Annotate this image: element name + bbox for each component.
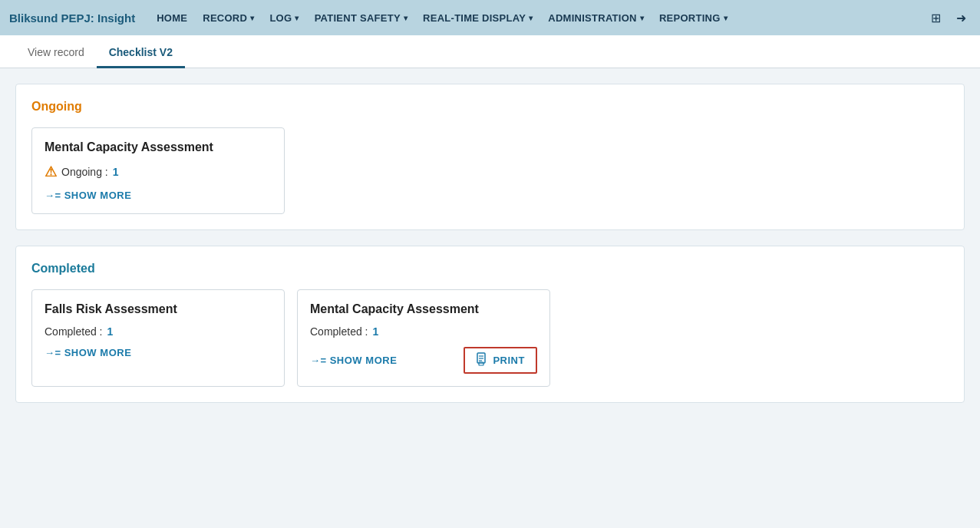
ongoing-status-count: 1 xyxy=(113,166,119,178)
completed-status-count-falls: 1 xyxy=(107,325,113,338)
show-more-icon-falls: →= xyxy=(45,347,61,358)
card-title-mental-capacity-completed: Mental Capacity Assessment xyxy=(310,302,537,316)
show-more-button-falls[interactable]: →= SHOW MORE xyxy=(45,347,131,358)
card-title-mental-capacity-ongoing: Mental Capacity Assessment xyxy=(45,140,272,154)
grid-icon-button[interactable]: ⊞ xyxy=(926,8,945,28)
print-doc-icon xyxy=(476,352,488,368)
completed-section-title: Completed xyxy=(31,262,949,276)
completed-cards-row: Falls Risk Assessment Completed : 1 →= S… xyxy=(31,289,949,387)
card-falls-risk: Falls Risk Assessment Completed : 1 →= S… xyxy=(31,289,285,387)
tab-checklist-v2[interactable]: Checklist V2 xyxy=(97,35,185,68)
log-caret: ▾ xyxy=(295,14,299,22)
ongoing-section: Ongoing Mental Capacity Assessment ⚠ Ong… xyxy=(15,84,965,230)
card-status-row-falls: Completed : 1 xyxy=(45,325,272,338)
nav-realtime[interactable]: REAL-TIME DISPLAY ▾ xyxy=(415,0,540,35)
nav-patient-safety[interactable]: PATIENT SAFETY ▾ xyxy=(307,0,415,35)
logout-icon: ➜ xyxy=(956,11,966,25)
main-content: Ongoing Mental Capacity Assessment ⚠ Ong… xyxy=(0,68,980,434)
nav-reporting[interactable]: REPORTING ▾ xyxy=(652,0,735,35)
completed-section: Completed Falls Risk Assessment Complete… xyxy=(15,246,965,403)
nav-log[interactable]: LOG ▾ xyxy=(262,0,306,35)
nav-right: ⊞ ➜ xyxy=(926,8,971,28)
card-mental-capacity-completed: Mental Capacity Assessment Completed : 1… xyxy=(297,289,550,387)
card-footer-mental-completed: →= SHOW MORE xyxy=(310,347,537,374)
brand-label: Bliksund PEPJ: Insight xyxy=(9,12,135,25)
realtime-caret: ▾ xyxy=(529,14,533,22)
card-title-falls-risk: Falls Risk Assessment xyxy=(45,302,272,316)
tab-view-record[interactable]: View record xyxy=(15,35,97,68)
logout-icon-button[interactable]: ➜ xyxy=(952,8,971,28)
nav-administration[interactable]: ADMINISTRATION ▾ xyxy=(540,0,652,35)
grid-icon: ⊞ xyxy=(931,11,941,25)
nav-items: HOME RECORD ▾ LOG ▾ PATIENT SAFETY ▾ REA… xyxy=(149,0,926,35)
print-button[interactable]: PRINT xyxy=(464,347,537,374)
completed-status-label-mental: Completed : xyxy=(310,325,368,338)
ongoing-section-title: Ongoing xyxy=(31,100,949,114)
card-status-row-ongoing: ⚠ Ongoing : 1 xyxy=(45,163,272,180)
ongoing-cards-row: Mental Capacity Assessment ⚠ Ongoing : 1… xyxy=(31,127,949,214)
reporting-caret: ▾ xyxy=(724,14,728,22)
navbar: Bliksund PEPJ: Insight HOME RECORD ▾ LOG… xyxy=(0,0,980,35)
card-mental-capacity-ongoing: Mental Capacity Assessment ⚠ Ongoing : 1… xyxy=(31,127,285,214)
completed-status-count-mental: 1 xyxy=(372,325,378,338)
card-status-row-mental-completed: Completed : 1 xyxy=(310,325,537,338)
completed-status-label-falls: Completed : xyxy=(45,325,102,338)
show-more-button-ongoing[interactable]: →= SHOW MORE xyxy=(45,190,131,201)
show-more-icon-mental: →= xyxy=(310,355,327,366)
record-caret: ▾ xyxy=(250,14,254,22)
patient-safety-caret: ▾ xyxy=(404,14,408,22)
ongoing-status-label: Ongoing : xyxy=(61,166,108,178)
nav-record[interactable]: RECORD ▾ xyxy=(195,0,262,35)
show-more-button-mental-completed[interactable]: →= SHOW MORE xyxy=(310,355,397,366)
ongoing-exclamation-icon: ⚠ xyxy=(45,163,57,180)
show-more-icon-ongoing: →= xyxy=(45,190,61,201)
nav-home[interactable]: HOME xyxy=(149,0,195,35)
tabs-bar: View record Checklist V2 xyxy=(0,35,980,68)
admin-caret: ▾ xyxy=(640,14,644,22)
